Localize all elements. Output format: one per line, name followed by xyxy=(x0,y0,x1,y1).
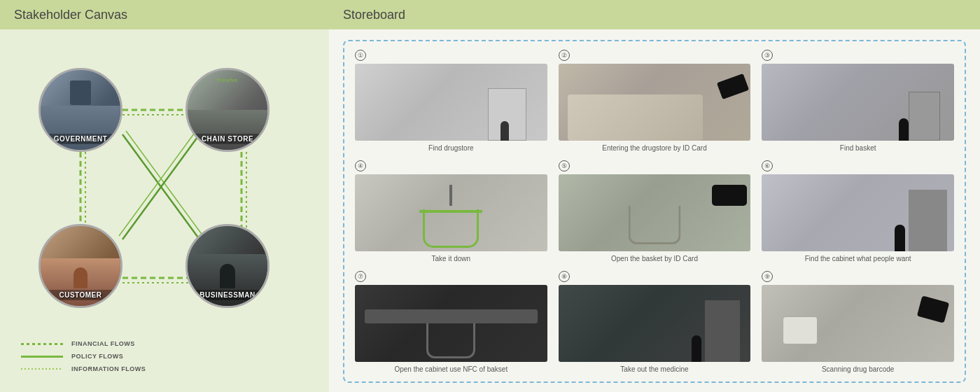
stakeholder-canvas-title: Stakeholder Canvas xyxy=(14,8,127,22)
stakeholder-canvas: GOVERNMENT freshn CHAIN STORE CUSTOMER B… xyxy=(0,29,329,392)
government-label: GOVERNMENT xyxy=(41,134,120,144)
story-7-counter xyxy=(365,309,538,323)
story-3-cabinet xyxy=(909,92,940,141)
story-2-number: ② xyxy=(559,50,570,61)
story-8-cabinet xyxy=(705,300,740,362)
story-4-image xyxy=(355,174,547,251)
story-3-number: ③ xyxy=(762,50,773,61)
story-2-image xyxy=(559,64,751,141)
storeboard-content: ① Find drugstore ② xyxy=(329,29,980,392)
story-8-header: ⑧ xyxy=(559,271,571,282)
right-panel: Storeboard ① Find drugstore xyxy=(329,0,980,392)
story-4-caption: Take it down xyxy=(432,255,471,262)
story-5-caption: Open the basket by ID Card xyxy=(611,255,698,262)
story-item-6: ⑥ Find the cabinet what people want xyxy=(762,160,954,262)
chainstore-label: CHAIN STORE xyxy=(188,134,267,144)
story-9-image xyxy=(762,285,954,362)
story-3-header: ③ xyxy=(762,50,774,61)
story-8-number: ⑧ xyxy=(559,271,570,282)
story-9-header: ⑨ xyxy=(762,271,774,282)
story-item-7: ⑦ Open the cabinet use NFC of bakset xyxy=(355,271,547,373)
story-6-header: ⑥ xyxy=(762,160,774,172)
story-3-person xyxy=(899,118,909,141)
story-4-stool xyxy=(449,185,452,206)
svg-line-10 xyxy=(122,134,200,239)
story-6-person xyxy=(895,225,905,251)
policy-flows-label: POLICY FLOWS xyxy=(71,353,123,360)
story-5-hand xyxy=(712,185,747,206)
legend-information: INFORMATION FLOWS xyxy=(21,365,146,372)
story-5-number: ⑤ xyxy=(559,160,570,172)
story-item-3: ③ Find basket xyxy=(762,50,954,152)
story-4-basket xyxy=(423,209,479,248)
story-7-caption: Open the cabinet use NFC of bakset xyxy=(394,365,507,373)
customer-circle: CUSTOMER xyxy=(38,224,122,308)
right-panel-header: Storeboard xyxy=(329,0,980,29)
story-item-5: ⑤ Open the basket by ID Card xyxy=(559,160,751,262)
storeboard-border: ① Find drugstore ② xyxy=(343,40,966,383)
svg-line-8 xyxy=(122,134,200,239)
story-9-device xyxy=(783,316,818,344)
information-flows-line xyxy=(21,368,63,370)
story-item-1: ① Find drugstore xyxy=(355,50,547,152)
story-1-caption: Find drugstore xyxy=(428,144,473,152)
story-6-image xyxy=(762,174,954,251)
story-9-hand xyxy=(917,295,949,323)
legend-policy: POLICY FLOWS xyxy=(21,353,146,360)
story-6-number: ⑥ xyxy=(762,160,773,172)
story-5-header: ⑤ xyxy=(559,160,571,172)
story-7-number: ⑦ xyxy=(355,271,366,282)
story-5-basket xyxy=(628,206,680,244)
left-panel-header: Stakeholder Canvas xyxy=(0,0,329,29)
storeboard-title: Storeboard xyxy=(343,8,405,22)
story-9-caption: Scanning drug barcode xyxy=(822,365,894,373)
story-6-caption: Find the cabinet what people want xyxy=(805,255,911,262)
story-8-image xyxy=(559,285,751,362)
story-2-machine xyxy=(568,94,702,141)
businessman-circle: BUSINESSMAN xyxy=(186,224,270,308)
story-item-9: ⑨ Scanning drug barcode xyxy=(762,271,954,373)
story-8-caption: Take out the medicine xyxy=(620,365,688,373)
story-1-person xyxy=(500,121,509,141)
story-5-image xyxy=(559,174,751,251)
story-7-header: ⑦ xyxy=(355,271,368,282)
financial-flows-line xyxy=(21,343,63,345)
information-flows-label: INFORMATION FLOWS xyxy=(71,365,146,372)
story-7-image xyxy=(355,285,547,362)
story-6-shelf xyxy=(909,190,947,251)
legend: FINANCIAL FLOWS POLICY FLOWS INFORMATION… xyxy=(21,340,146,378)
story-2-hand xyxy=(717,74,749,99)
story-item-8: ⑧ Take out the medicine xyxy=(559,271,751,373)
svg-line-11 xyxy=(119,131,196,236)
legend-financial: FINANCIAL FLOWS xyxy=(21,340,146,347)
story-2-header: ② xyxy=(559,50,571,61)
story-2-caption: Entering the drugstore by ID Card xyxy=(602,144,707,152)
story-4-number: ④ xyxy=(355,160,366,172)
story-item-2: ② Entering the drugstore by ID Card xyxy=(559,50,751,152)
policy-flows-line xyxy=(21,356,63,358)
story-1-image xyxy=(355,64,547,141)
businessman-label: BUSINESSMAN xyxy=(188,290,267,300)
story-1-number: ① xyxy=(355,50,366,61)
customer-label: CUSTOMER xyxy=(41,290,120,300)
story-8-person xyxy=(692,335,701,362)
story-3-caption: Find basket xyxy=(840,144,876,152)
story-7-basket xyxy=(426,323,475,358)
chainstore-circle: freshn CHAIN STORE xyxy=(186,68,270,152)
story-1-header: ① xyxy=(355,50,368,61)
story-9-number: ⑨ xyxy=(762,271,773,282)
financial-flows-label: FINANCIAL FLOWS xyxy=(71,340,135,347)
story-item-4: ④ Take it down xyxy=(355,160,547,262)
left-panel: Stakeholder Canvas xyxy=(0,0,329,392)
story-4-header: ④ xyxy=(355,160,368,172)
government-circle: GOVERNMENT xyxy=(38,68,122,152)
storeboard-grid: ① Find drugstore ② xyxy=(355,50,954,373)
story-3-image xyxy=(762,64,954,141)
